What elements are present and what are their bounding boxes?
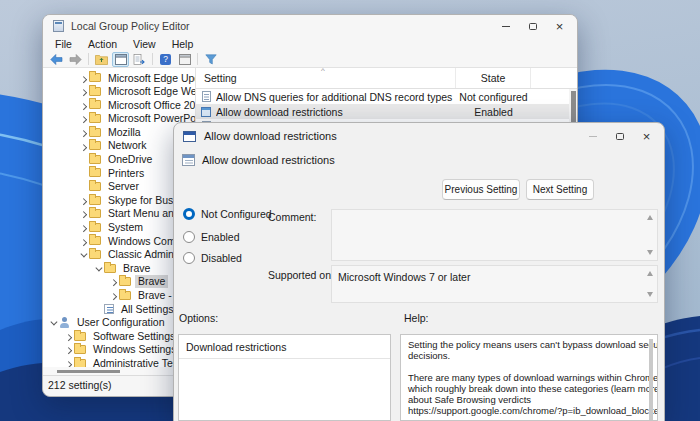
radio-icon[interactable] — [183, 231, 195, 243]
help-scrollbar[interactable] — [646, 337, 655, 418]
help-line: decisions. — [408, 350, 641, 361]
column-header-state[interactable]: State — [456, 68, 531, 88]
radio-not-configured[interactable]: Not Configured — [183, 207, 272, 221]
options-item-label[interactable]: Download restrictions — [179, 335, 390, 359]
setting-row-allow-download-restrictions[interactable]: Allow download restrictionsEnabled — [196, 104, 577, 119]
chevron-right-icon[interactable] — [63, 331, 73, 341]
previous-setting-button[interactable]: Previous Setting — [442, 179, 520, 200]
maximize-button[interactable] — [519, 17, 546, 35]
spin-up-icon[interactable] — [647, 215, 653, 220]
supported-on-label: Supported on: — [268, 269, 334, 281]
chevron-right-icon[interactable] — [78, 100, 88, 110]
options-panel: Download restrictions — [178, 334, 391, 421]
help-line: https://support.google.com/chrome/?p=ib_… — [408, 405, 641, 416]
show-window-icon[interactable] — [112, 52, 129, 67]
chevron-right-icon[interactable] — [108, 277, 118, 287]
dialog-titlebar[interactable]: Allow download restrictions × — [174, 123, 664, 149]
chevron-right-icon[interactable] — [78, 236, 88, 246]
chevron-right-icon[interactable] — [108, 290, 118, 300]
options-label: Options: — [179, 312, 218, 324]
folder-icon — [89, 168, 101, 177]
export-list-icon[interactable] — [131, 52, 148, 67]
tree-item-label: Network — [105, 139, 150, 152]
chevron-right-icon[interactable] — [78, 222, 88, 232]
policy-name: Allow download restrictions — [202, 154, 335, 166]
tree-item-microsoft-powerpoin[interactable]: Microsoft PowerPoin — [43, 112, 195, 126]
spin-down-icon[interactable] — [647, 292, 653, 297]
radio-enabled[interactable]: Enabled — [183, 230, 240, 244]
tree-item-microsoft-office-2016[interactable]: Microsoft Office 2016 — [43, 98, 195, 112]
tree-item-label: System — [105, 221, 146, 234]
radio-icon[interactable] — [183, 252, 195, 264]
chevron-spacer — [78, 154, 88, 164]
close-button[interactable]: × — [546, 17, 573, 35]
scrollbar-thumb[interactable] — [571, 91, 576, 125]
forward-arrow-icon[interactable] — [67, 52, 84, 67]
supported-on-field[interactable]: Microsoft Windows 7 or later — [331, 265, 658, 303]
toolbar-separator — [197, 53, 198, 65]
menu-help[interactable]: Help — [164, 37, 202, 51]
tree-item-microsoft-edge-webv[interactable]: Microsoft Edge WebV — [43, 85, 195, 99]
chevron-right-icon[interactable] — [63, 345, 73, 355]
chevron-down-icon[interactable] — [48, 317, 58, 327]
gpedit-titlebar[interactable]: Local Group Policy Editor × — [43, 15, 577, 37]
help-line — [408, 361, 641, 372]
close-icon: × — [556, 20, 564, 33]
radio-selected-icon[interactable] — [183, 208, 195, 220]
spin-up-icon[interactable] — [647, 271, 653, 276]
tree-item-label: User Configuration — [74, 316, 168, 329]
settings-icon — [104, 304, 114, 314]
folder-icon — [104, 264, 116, 273]
dialog-maximize-button[interactable] — [606, 127, 633, 145]
supported-on-value: Microsoft Windows 7 or later — [332, 266, 657, 288]
next-setting-button[interactable]: Next Setting — [526, 179, 594, 200]
list-header: Setting State ^ — [196, 68, 577, 89]
chevron-right-icon[interactable] — [78, 114, 88, 124]
menu-view[interactable]: View — [125, 37, 164, 51]
chevron-down-icon[interactable] — [93, 263, 103, 273]
help-line — [408, 416, 641, 421]
chevron-down-icon[interactable] — [78, 250, 88, 260]
folder-icon — [89, 73, 101, 82]
chevron-right-icon[interactable] — [78, 195, 88, 205]
tree-item-label: Microsoft Edge WebV — [105, 85, 196, 98]
chevron-right-icon[interactable] — [78, 209, 88, 219]
back-arrow-icon[interactable] — [48, 52, 65, 67]
tree-item-label: Brave — [120, 262, 153, 275]
dialog-close-button[interactable]: × — [633, 127, 660, 145]
chevron-right-icon[interactable] — [78, 127, 88, 137]
scrollbar-thumb[interactable] — [57, 370, 120, 373]
gpedit-app-icon — [53, 20, 64, 32]
folder-icon — [89, 182, 101, 191]
filter-icon[interactable] — [202, 52, 219, 67]
folder-icon — [119, 291, 131, 300]
toolbar-separator — [152, 53, 153, 65]
radio-disabled[interactable]: Disabled — [183, 251, 242, 265]
spin-down-icon[interactable] — [647, 250, 653, 255]
window-icon[interactable] — [176, 52, 193, 67]
folder-icon — [89, 128, 101, 137]
chevron-right-icon[interactable] — [78, 86, 88, 96]
menu-file[interactable]: File — [47, 37, 80, 51]
setting-row-allow-dns-queries-for-additional-dns-record-types[interactable]: Allow DNS queries for additional DNS rec… — [196, 89, 577, 104]
comment-field[interactable] — [331, 209, 658, 261]
folder-icon — [89, 87, 101, 96]
column-header-setting[interactable]: Setting — [196, 68, 456, 88]
tree-item-label: Printers — [105, 167, 147, 180]
toolbar-separator — [88, 53, 89, 65]
tree-item-label: Windows Settings — [90, 343, 179, 356]
tree-item-microsoft-edge-upda[interactable]: Microsoft Edge Upda — [43, 71, 195, 85]
menu-action[interactable]: Action — [80, 37, 125, 51]
minimize-button[interactable] — [492, 17, 519, 35]
chevron-right-icon[interactable] — [78, 141, 88, 151]
folder-icon — [89, 141, 101, 150]
dialog-minimize-button[interactable] — [579, 127, 606, 145]
tree-item-label: Microsoft Office 2016 — [105, 99, 196, 112]
scrollbar-thumb[interactable] — [649, 339, 653, 421]
help-panel: Setting the policy means users can't byp… — [400, 334, 658, 421]
comment-label: Comment: — [268, 211, 316, 223]
window-caption-controls: × — [492, 17, 573, 35]
export-folder-icon[interactable] — [93, 52, 110, 67]
help-icon[interactable]: ? — [157, 52, 174, 67]
chevron-right-icon[interactable] — [78, 73, 88, 83]
